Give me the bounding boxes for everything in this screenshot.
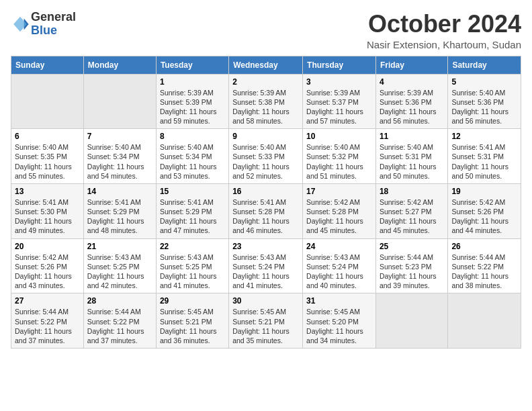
month-title: October 2024 — [367, 11, 521, 38]
day-number: 15 — [160, 187, 225, 196]
sunset-text: Sunset: 5:26 PM — [15, 263, 67, 271]
cell-content: Sunrise: 5:44 AM Sunset: 5:22 PM Dayligh… — [451, 253, 517, 291]
day-number: 19 — [451, 187, 517, 196]
daylight-text: Daylight: 11 hours and 52 minutes. — [232, 163, 290, 180]
cell-content: Sunrise: 5:44 AM Sunset: 5:23 PM Dayligh… — [380, 253, 444, 291]
calendar-cell — [375, 293, 447, 349]
cell-content: Sunrise: 5:40 AM Sunset: 5:33 PM Dayligh… — [232, 142, 299, 181]
sunset-text: Sunset: 5:28 PM — [232, 208, 285, 216]
sunrise-text: Sunrise: 5:39 AM — [232, 89, 286, 97]
sunset-text: Sunset: 5:37 PM — [306, 98, 359, 106]
day-number: 24 — [306, 242, 372, 251]
week-row-4: 20 Sunrise: 5:42 AM Sunset: 5:26 PM Dayl… — [11, 238, 521, 293]
logo-general-text: General — [31, 10, 76, 24]
day-number: 25 — [380, 242, 444, 251]
cell-content: Sunrise: 5:39 AM Sunset: 5:36 PM Dayligh… — [380, 88, 444, 126]
cell-content: Sunrise: 5:41 AM Sunset: 5:29 PM Dayligh… — [87, 197, 152, 236]
day-number: 23 — [232, 242, 299, 251]
sunrise-text: Sunrise: 5:43 AM — [87, 253, 141, 261]
calendar-cell: 21 Sunrise: 5:43 AM Sunset: 5:25 PM Dayl… — [83, 238, 156, 293]
cell-content: Sunrise: 5:43 AM Sunset: 5:24 PM Dayligh… — [232, 253, 299, 291]
col-header-thursday: Thursday — [303, 56, 376, 74]
week-row-5: 27 Sunrise: 5:44 AM Sunset: 5:22 PM Dayl… — [11, 293, 521, 349]
cell-content: Sunrise: 5:45 AM Sunset: 5:21 PM Dayligh… — [232, 307, 299, 345]
cell-content: Sunrise: 5:41 AM Sunset: 5:30 PM Dayligh… — [15, 197, 80, 236]
day-number: 28 — [87, 296, 152, 306]
sunrise-text: Sunrise: 5:42 AM — [380, 198, 433, 206]
sunset-text: Sunset: 5:33 PM — [232, 152, 285, 161]
sunset-text: Sunset: 5:32 PM — [306, 152, 359, 161]
calendar-cell: 13 Sunrise: 5:41 AM Sunset: 5:30 PM Dayl… — [11, 183, 84, 238]
daylight-text: Daylight: 11 hours and 43 minutes. — [15, 272, 72, 289]
day-number: 7 — [87, 132, 152, 141]
daylight-text: Daylight: 11 hours and 48 minutes. — [87, 217, 144, 234]
cell-content: Sunrise: 5:43 AM Sunset: 5:24 PM Dayligh… — [306, 253, 372, 291]
cell-content: Sunrise: 5:43 AM Sunset: 5:25 PM Dayligh… — [87, 253, 152, 291]
daylight-text: Daylight: 11 hours and 36 minutes. — [160, 327, 217, 345]
cell-content: Sunrise: 5:41 AM Sunset: 5:28 PM Dayligh… — [232, 197, 299, 236]
calendar-cell: 14 Sunrise: 5:41 AM Sunset: 5:29 PM Dayl… — [83, 183, 156, 238]
title-block: October 2024 Nasir Extension, Khartoum, … — [367, 11, 521, 50]
day-number: 13 — [15, 187, 80, 196]
sunrise-text: Sunrise: 5:41 AM — [451, 143, 505, 151]
day-number: 10 — [306, 132, 372, 141]
sunset-text: Sunset: 5:29 PM — [87, 208, 140, 216]
sunset-text: Sunset: 5:25 PM — [87, 263, 140, 271]
col-header-friday: Friday — [375, 56, 447, 74]
daylight-text: Daylight: 11 hours and 42 minutes. — [87, 272, 144, 289]
daylight-text: Daylight: 11 hours and 51 minutes. — [306, 163, 363, 180]
day-number: 29 — [160, 296, 225, 306]
sunset-text: Sunset: 5:31 PM — [451, 152, 504, 161]
daylight-text: Daylight: 11 hours and 50 minutes. — [451, 163, 508, 180]
sunset-text: Sunset: 5:30 PM — [15, 208, 67, 216]
day-number: 11 — [380, 132, 444, 141]
sunrise-text: Sunrise: 5:44 AM — [380, 253, 433, 261]
cell-content: Sunrise: 5:41 AM Sunset: 5:31 PM Dayligh… — [451, 142, 517, 181]
day-number: 12 — [451, 132, 517, 141]
sunset-text: Sunset: 5:22 PM — [15, 318, 67, 326]
day-number: 22 — [160, 242, 225, 251]
sunrise-text: Sunrise: 5:44 AM — [87, 308, 141, 316]
cell-content: Sunrise: 5:39 AM Sunset: 5:39 PM Dayligh… — [160, 88, 225, 126]
day-number: 31 — [306, 296, 372, 306]
day-number: 9 — [232, 132, 299, 141]
sunset-text: Sunset: 5:31 PM — [380, 152, 432, 161]
calendar-cell: 23 Sunrise: 5:43 AM Sunset: 5:24 PM Dayl… — [229, 238, 303, 293]
sunrise-text: Sunrise: 5:39 AM — [160, 89, 214, 97]
cell-content: Sunrise: 5:40 AM Sunset: 5:31 PM Dayligh… — [380, 142, 444, 181]
sunset-text: Sunset: 5:22 PM — [87, 318, 140, 326]
cell-content: Sunrise: 5:40 AM Sunset: 5:34 PM Dayligh… — [160, 142, 225, 181]
cell-content: Sunrise: 5:40 AM Sunset: 5:34 PM Dayligh… — [87, 142, 152, 181]
logo-blue-text: Blue — [31, 24, 57, 37]
daylight-text: Daylight: 11 hours and 41 minutes. — [160, 272, 217, 289]
sunrise-text: Sunrise: 5:40 AM — [380, 143, 433, 151]
col-header-monday: Monday — [83, 56, 156, 74]
sunset-text: Sunset: 5:27 PM — [380, 208, 432, 216]
cell-content: Sunrise: 5:40 AM Sunset: 5:32 PM Dayligh… — [306, 142, 372, 181]
day-number: 3 — [306, 77, 372, 87]
sunrise-text: Sunrise: 5:45 AM — [232, 308, 286, 316]
cell-content: Sunrise: 5:40 AM Sunset: 5:36 PM Dayligh… — [451, 88, 517, 126]
sunrise-text: Sunrise: 5:40 AM — [451, 89, 505, 97]
sunset-text: Sunset: 5:26 PM — [451, 208, 504, 216]
sunrise-text: Sunrise: 5:40 AM — [87, 143, 141, 151]
daylight-text: Daylight: 11 hours and 58 minutes. — [232, 107, 290, 125]
sunset-text: Sunset: 5:36 PM — [380, 98, 432, 106]
col-header-saturday: Saturday — [448, 56, 521, 74]
calendar-cell: 5 Sunrise: 5:40 AM Sunset: 5:36 PM Dayli… — [448, 74, 521, 129]
daylight-text: Daylight: 11 hours and 54 minutes. — [87, 163, 144, 180]
daylight-text: Daylight: 11 hours and 45 minutes. — [380, 217, 437, 234]
sunrise-text: Sunrise: 5:44 AM — [15, 308, 69, 316]
day-number: 20 — [15, 242, 80, 251]
daylight-text: Daylight: 11 hours and 53 minutes. — [160, 163, 217, 180]
sunset-text: Sunset: 5:25 PM — [160, 263, 212, 271]
calendar-cell: 30 Sunrise: 5:45 AM Sunset: 5:21 PM Dayl… — [229, 293, 303, 349]
sunset-text: Sunset: 5:36 PM — [451, 98, 504, 106]
calendar-table: SundayMondayTuesdayWednesdayThursdayFrid… — [11, 56, 521, 349]
cell-content: Sunrise: 5:45 AM Sunset: 5:21 PM Dayligh… — [160, 307, 225, 345]
daylight-text: Daylight: 11 hours and 47 minutes. — [160, 217, 217, 234]
cell-content: Sunrise: 5:41 AM Sunset: 5:29 PM Dayligh… — [160, 197, 225, 236]
sunset-text: Sunset: 5:23 PM — [380, 263, 432, 271]
sunset-text: Sunset: 5:21 PM — [160, 318, 212, 326]
daylight-text: Daylight: 11 hours and 35 minutes. — [232, 327, 290, 345]
